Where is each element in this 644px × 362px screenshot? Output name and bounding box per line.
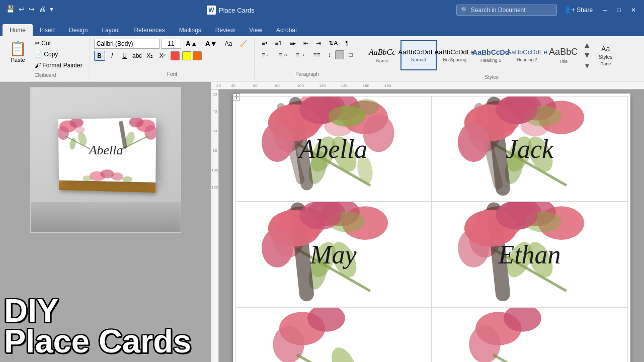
justify-button[interactable]: ≡≡ (310, 50, 323, 60)
styles-row: AaBbCc Name AaBbCcDdEe Normal AaBbCcDdEe… (364, 38, 582, 72)
styles-pane-button[interactable]: Aa Styles Pane (592, 40, 619, 70)
content-with-ruler: 20 40 60 80 100 120 ✛ (211, 89, 644, 362)
italic-button[interactable]: I (107, 51, 118, 61)
document-container: 20 40 60 80 100 120 140 160 180 20 40 60… (211, 82, 644, 362)
align-center-button[interactable]: ≡↔ (276, 50, 291, 60)
styles-expand[interactable]: ▾ (583, 60, 592, 70)
font-size-selector[interactable] (161, 39, 181, 49)
font-group: A▲ A▼ Aa 🧹 B I U abc X₂ X² Font (92, 38, 255, 79)
paragraph-group: ≡• ≡1 ≡▸ ⇤ ⇥ ⇅A ¶ ≡← ≡↔ ≡→ ≡≡ ↕ □ Paragr… (257, 38, 360, 79)
increase-font-button[interactable]: A▲ (183, 38, 201, 49)
print-preview-button[interactable]: 🖨 (38, 4, 47, 14)
card-name-jack: Jack (506, 134, 553, 164)
styles-pane-icon: Aa (601, 45, 610, 53)
place-card-jack[interactable]: Jack (432, 96, 628, 202)
main-area: Abella (0, 82, 644, 362)
copy-button[interactable]: 📄 Copy (32, 49, 86, 59)
place-card-5[interactable] (235, 307, 432, 362)
card-name-ethan: Ethan (498, 240, 560, 269)
styles-scroll-down[interactable]: ▼ (583, 50, 592, 60)
increase-indent-button[interactable]: ⇥ (313, 38, 324, 48)
place-card-abella[interactable]: Abella (235, 96, 432, 202)
style-title[interactable]: AaBbC Title (545, 40, 582, 70)
decrease-font-button[interactable]: A▼ (202, 38, 220, 49)
superscript-button[interactable]: X² (157, 51, 168, 61)
font-family-selector[interactable] (94, 39, 159, 49)
card-thumbnail: Abella (30, 87, 181, 233)
customize-arrow[interactable]: ▾ (49, 4, 54, 14)
paste-button[interactable]: 📋 Paste (5, 38, 31, 70)
svg-point-17 (122, 176, 132, 182)
align-right-button[interactable]: ≡→ (293, 50, 308, 60)
line-spacing-button[interactable]: ↕ (325, 50, 334, 60)
align-left-button[interactable]: ≡← (259, 50, 274, 60)
font-label: Font (94, 69, 251, 77)
tab-insert[interactable]: Insert (33, 24, 62, 36)
highlight-color-button[interactable] (182, 51, 191, 60)
clear-formatting-button[interactable]: 🧹 (236, 39, 250, 49)
text-color-button[interactable] (193, 51, 202, 60)
styles-group: AaBbCc Name AaBbCcDdEe Normal AaBbCcDdEe… (362, 38, 623, 79)
font-color-button[interactable] (171, 51, 180, 60)
style-normal[interactable]: AaBbCcDdEe Normal (400, 40, 437, 70)
word-app-icon: W (207, 6, 216, 15)
style-no-spacing[interactable]: AaBbCcDdEe No Spacing (437, 40, 473, 70)
format-painter-button[interactable]: 🖌 Format Painter (32, 60, 86, 70)
tab-design[interactable]: Design (62, 24, 95, 36)
share-icon: 👤+ (564, 7, 575, 14)
sort-button[interactable]: ⇅A (326, 38, 341, 48)
redo-button[interactable]: ↪ (28, 4, 36, 14)
cut-button[interactable]: ✂ Cut (32, 38, 86, 48)
page-move-handle[interactable]: ✛ (233, 94, 240, 101)
tab-mailings[interactable]: Mailings (172, 24, 208, 36)
place-card-6[interactable] (432, 307, 628, 362)
document-scroll-area[interactable]: ✛ (219, 89, 644, 362)
diy-text-line2: Place Cards (4, 326, 207, 357)
show-hide-button[interactable]: ¶ (342, 38, 351, 48)
borders-button[interactable]: □ (346, 50, 355, 60)
strikethrough-button[interactable]: abc (132, 51, 143, 61)
style-heading2[interactable]: AaBbCcDdEe Heading 2 (509, 40, 545, 70)
title-bar: 💾 ↩ ↪ 🖨 ▾ W Place Cards 🔍 Search in Docu… (0, 0, 644, 20)
tab-home[interactable]: Home (3, 24, 33, 36)
card-name-may: May (310, 240, 356, 269)
bullet-list-button[interactable]: ≡• (259, 38, 270, 48)
maximize-button[interactable]: □ (614, 6, 624, 15)
svg-point-61 (458, 123, 489, 162)
styles-scroll-up[interactable]: ▲ (583, 40, 592, 50)
tab-review[interactable]: Review (208, 24, 242, 36)
subscript-button[interactable]: X₂ (144, 51, 155, 61)
place-card-ethan[interactable]: Ethan (432, 202, 628, 307)
decrease-indent-button[interactable]: ⇤ (300, 38, 311, 48)
svg-point-41 (262, 123, 293, 162)
minimize-button[interactable]: ─ (600, 6, 610, 15)
style-name[interactable]: AaBbCc Name (364, 40, 400, 70)
tab-acrobat[interactable]: Acrobat (269, 24, 304, 36)
underline-button[interactable]: U (119, 51, 130, 61)
undo-button[interactable]: ↩ (18, 4, 26, 14)
numbered-list-button[interactable]: ≡1 (272, 38, 285, 48)
tab-view[interactable]: View (242, 24, 269, 36)
document-title: Place Cards (219, 7, 255, 14)
search-icon: 🔍 (461, 7, 468, 14)
tab-layout[interactable]: Layout (95, 24, 127, 36)
multilevel-list-button[interactable]: ≡▸ (286, 38, 299, 48)
share-button[interactable]: 👤+ Share (561, 6, 596, 15)
close-button[interactable]: ✕ (628, 6, 639, 15)
save-button[interactable]: 💾 (5, 4, 16, 14)
vertical-ruler: 20 40 60 80 100 120 (211, 89, 219, 362)
search-box[interactable]: 🔍 Search in Document (456, 5, 557, 16)
place-card-may[interactable]: May (235, 202, 432, 307)
card-name-abella: Abella (299, 134, 368, 164)
change-case-button[interactable]: Aa (222, 39, 235, 49)
bold-button[interactable]: B (94, 51, 105, 61)
title-center: W Place Cards (207, 6, 255, 15)
left-panel: Abella (0, 82, 211, 362)
style-heading1[interactable]: AaBbCcDd Heading 1 (473, 40, 509, 70)
horizontal-ruler: 20 40 60 80 100 120 140 160 180 (211, 82, 644, 89)
shading-button[interactable] (335, 50, 344, 59)
svg-point-42 (328, 106, 365, 127)
title-right: 🔍 Search in Document 👤+ Share ─ □ ✕ (456, 5, 639, 16)
clipboard-group: 📋 Paste ✂ Cut 📄 Copy 🖌 Format Painter Cl… (3, 38, 90, 79)
tab-references[interactable]: References (127, 24, 172, 36)
